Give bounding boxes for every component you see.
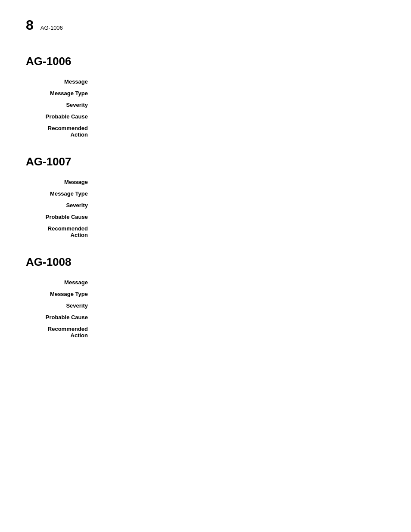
field-row: Message — [26, 279, 385, 286]
field-row: Message — [26, 78, 385, 85]
field-row: Severity — [26, 102, 385, 108]
field-label: Message Type — [26, 190, 95, 197]
field-label: Message — [26, 78, 95, 85]
field-label: RecommendedAction — [26, 225, 95, 238]
field-row: Probable Cause — [26, 113, 385, 120]
field-row: RecommendedAction — [26, 225, 385, 238]
field-label: RecommendedAction — [26, 125, 95, 138]
field-label: Severity — [26, 302, 95, 309]
field-label: Severity — [26, 202, 95, 208]
section-title-ag-1006: AG-1006 — [26, 55, 385, 68]
section-ag-1006: AG-1006MessageMessage TypeSeverityProbab… — [26, 55, 385, 138]
section-title-ag-1008: AG-1008 — [26, 255, 385, 269]
field-row: Severity — [26, 202, 385, 208]
field-label: Message — [26, 179, 95, 185]
field-label: Message Type — [26, 291, 95, 297]
field-row: Severity — [26, 302, 385, 309]
page-subtitle: AG-1006 — [40, 25, 63, 31]
field-row: Message Type — [26, 90, 385, 96]
field-row: RecommendedAction — [26, 125, 385, 138]
field-label: Probable Cause — [26, 113, 95, 120]
field-row: Message Type — [26, 291, 385, 297]
field-label: Message Type — [26, 90, 95, 96]
field-row: Message — [26, 179, 385, 185]
section-ag-1007: AG-1007MessageMessage TypeSeverityProbab… — [26, 155, 385, 238]
field-row: Probable Cause — [26, 314, 385, 320]
page-header: 8 AG-1006 — [26, 17, 385, 33]
field-label: Message — [26, 279, 95, 286]
section-ag-1008: AG-1008MessageMessage TypeSeverityProbab… — [26, 255, 385, 339]
field-label: Probable Cause — [26, 314, 95, 320]
page-number: 8 — [26, 17, 34, 33]
field-row: RecommendedAction — [26, 326, 385, 339]
field-label: Severity — [26, 102, 95, 108]
field-row: Message Type — [26, 190, 385, 197]
section-title-ag-1007: AG-1007 — [26, 155, 385, 168]
field-label: RecommendedAction — [26, 326, 95, 339]
field-label: Probable Cause — [26, 214, 95, 220]
field-row: Probable Cause — [26, 214, 385, 220]
